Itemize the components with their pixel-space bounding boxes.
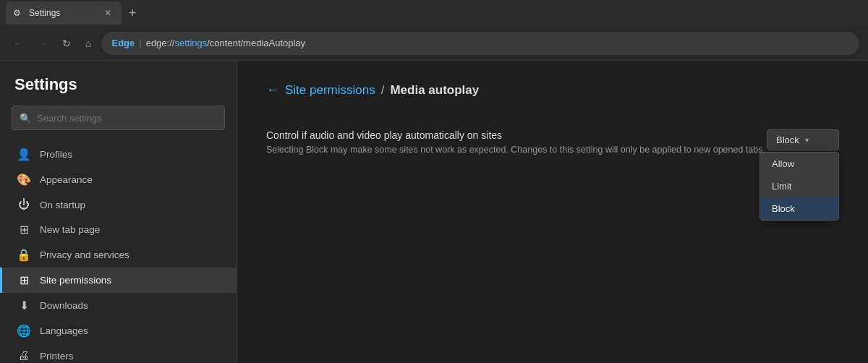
home-button[interactable]: ⌂ (81, 35, 95, 52)
breadcrumb-separator: / (381, 83, 385, 98)
nav-bar: ← → ↻ ⌂ Edge | edge://settings/content/m… (0, 26, 868, 61)
sidebar-item-on-startup[interactable]: ⏻ On startup (0, 192, 237, 217)
address-scheme: edge:// (146, 38, 175, 48)
browser-tab[interactable]: ⚙ Settings ✕ (6, 1, 122, 25)
address-settings: settings (174, 38, 207, 48)
address-separator: | (139, 38, 141, 48)
back-button[interactable]: ← (9, 35, 27, 52)
breadcrumb: ← Site permissions / Media autoplay (266, 82, 839, 98)
search-icon: 🔍 (20, 113, 31, 124)
downloads-icon: ⬇ (17, 299, 31, 312)
dropdown-selected-label: Block (776, 134, 799, 145)
sidebar-item-label: Languages (40, 325, 88, 336)
sidebar-item-label: Downloads (40, 300, 88, 311)
sidebar-item-label: On startup (40, 200, 85, 210)
appearance-icon: 🎨 (17, 173, 31, 187)
breadcrumb-current: Media autoplay (390, 83, 479, 98)
profiles-icon: 👤 (17, 148, 31, 161)
languages-icon: 🌐 (17, 324, 31, 338)
sidebar-item-label: Printers (40, 351, 74, 362)
autoplay-dropdown-container: Block ▾ Allow Limit Block (767, 129, 839, 150)
new-tab-button[interactable]: + (124, 6, 141, 21)
new-tab-page-icon: ⊞ (17, 223, 31, 236)
title-bar: ⚙ Settings ✕ + (0, 0, 868, 26)
sidebar-item-new-tab-page[interactable]: ⊞ New tab page (0, 217, 237, 242)
sidebar-item-label: Profiles (40, 149, 72, 160)
address-bar[interactable]: Edge | edge://settings/content/mediaAuto… (101, 32, 859, 55)
autoplay-dropdown-menu: Allow Limit Block (760, 152, 839, 221)
address-path: /content/mediaAutoplay (207, 38, 305, 48)
sidebar-item-profiles[interactable]: 👤 Profiles (0, 142, 237, 167)
sidebar-item-label: New tab page (40, 224, 100, 235)
chevron-down-icon: ▾ (805, 136, 809, 144)
sidebar-title: Settings (0, 75, 237, 106)
privacy-icon: 🔒 (17, 248, 31, 262)
sidebar-item-site-permissions[interactable]: ⊞ Site permissions (0, 268, 237, 293)
sidebar-item-downloads[interactable]: ⬇ Downloads (0, 293, 237, 318)
reload-button[interactable]: ↻ (58, 35, 75, 52)
sidebar-item-printers[interactable]: 🖨 Printers (0, 343, 237, 363)
on-startup-icon: ⏻ (17, 198, 31, 211)
sidebar-item-label: Privacy and services (40, 249, 129, 260)
site-permissions-icon: ⊞ (17, 273, 31, 287)
breadcrumb-parent-link[interactable]: Site permissions (285, 83, 375, 98)
setting-info: Control if audio and video play automati… (266, 129, 767, 157)
setting-title: Control if audio and video play automati… (266, 129, 767, 141)
tab-close-button[interactable]: ✕ (101, 7, 114, 20)
printers-icon: 🖨 (17, 349, 31, 362)
sidebar-item-label: Site permissions (40, 275, 111, 286)
dropdown-option-allow[interactable]: Allow (760, 153, 838, 175)
setting-description: Selecting Block may make some sites not … (266, 144, 767, 157)
edge-logo: Edge (111, 38, 135, 48)
sidebar-item-languages[interactable]: 🌐 Languages (0, 318, 237, 343)
main-layout: Settings 🔍 👤 Profiles 🎨 Appearance ⏻ On … (0, 61, 868, 363)
sidebar-item-appearance[interactable]: 🎨 Appearance (0, 167, 237, 192)
breadcrumb-back-button[interactable]: ← (266, 82, 279, 98)
autoplay-setting-row: Control if audio and video play automati… (266, 118, 839, 168)
sidebar-item-label: Appearance (40, 174, 93, 185)
forward-button[interactable]: → (33, 35, 52, 52)
search-settings-container[interactable]: 🔍 (12, 106, 225, 130)
tab-favicon: ⚙ (13, 8, 23, 18)
search-input[interactable] (37, 113, 217, 124)
autoplay-dropdown-button[interactable]: Block ▾ (767, 129, 839, 150)
address-text: edge://settings/content/mediaAutoplay (146, 38, 305, 48)
tab-title: Settings (29, 8, 95, 18)
dropdown-option-limit[interactable]: Limit (760, 175, 838, 197)
dropdown-option-block[interactable]: Block (760, 197, 838, 220)
sidebar: Settings 🔍 👤 Profiles 🎨 Appearance ⏻ On … (0, 61, 237, 363)
sidebar-item-privacy[interactable]: 🔒 Privacy and services (0, 242, 237, 268)
content-area: ← Site permissions / Media autoplay Cont… (237, 61, 868, 363)
